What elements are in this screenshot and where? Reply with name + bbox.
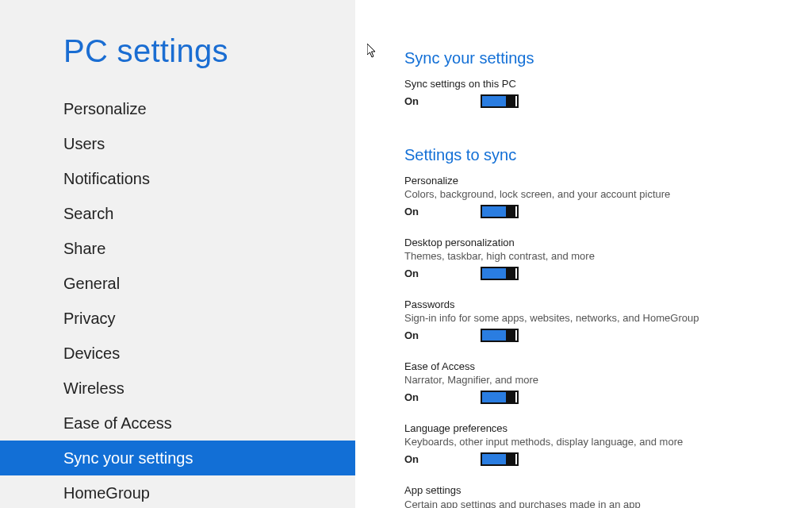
setting-language-preferences: Language preferencesKeyboards, other inp… [404,421,790,466]
sidebar-item-label: Ease of Access [63,414,172,433]
setting-passwords: PasswordsSign-in info for some apps, web… [404,298,790,342]
sidebar-list: PersonalizeUsersNotificationsSearchShare… [0,91,355,508]
sidebar-item-label: Users [63,135,105,153]
sidebar-item-search[interactable]: Search [0,196,355,231]
toggle-desktop-personalization[interactable] [481,267,519,280]
toggle-ease-of-access[interactable] [481,391,519,404]
sidebar-item-label: Share [63,240,105,258]
setting-title: App settings [404,483,790,498]
toggle-row: On [404,205,790,218]
sidebar: PC settings PersonalizeUsersNotification… [0,0,355,508]
toggle-state: On [404,206,481,217]
sidebar-item-wireless[interactable]: Wireless [0,371,355,406]
sidebar-item-personalize[interactable]: Personalize [0,91,355,126]
setting-title: Personalize [404,174,790,188]
setting-desc: Narrator, Magnifier, and more [404,373,790,387]
setting-desc: Sign-in info for some apps, websites, ne… [404,311,790,325]
sidebar-item-label: HomeGroup [63,484,150,502]
setting-title: Language preferences [404,421,790,436]
setting-desc: Colors, background, lock screen, and you… [404,187,790,202]
toggle-passwords[interactable] [481,329,519,342]
toggle-row: On [404,391,790,404]
setting-title: Ease of Access [404,360,790,374]
sidebar-item-privacy[interactable]: Privacy [0,301,355,336]
sidebar-item-share[interactable]: Share [0,231,355,266]
section-header-to-sync: Settings to sync [404,146,790,164]
sidebar-item-label: Wireless [63,379,124,398]
toggle-state: On [404,391,481,403]
sidebar-item-sync-your-settings[interactable]: Sync your settings [0,441,355,475]
section-header-sync: Sync your settings [404,49,790,67]
toggle-row: On [404,329,790,342]
toggle-sync-on-pc[interactable] [481,94,519,108]
sidebar-item-homegroup[interactable]: HomeGroup [0,475,355,508]
sidebar-item-ease-of-access[interactable]: Ease of Access [0,406,355,441]
sidebar-item-devices[interactable]: Devices [0,336,355,371]
setting-desc: Keyboards, other input methods, display … [404,435,790,449]
setting-app-settings: App settingsCertain app settings and pur… [404,483,790,508]
sidebar-item-notifications[interactable]: Notifications [0,161,355,196]
setting-desc: Themes, taskbar, high contrast, and more [404,249,790,264]
toggle-personalize[interactable] [481,205,519,218]
setting-title: Sync settings on this PC [404,77,790,91]
setting-title: Passwords [404,298,790,312]
settings-list: PersonalizeColors, background, lock scre… [404,174,790,508]
toggle-language-preferences[interactable] [481,452,519,466]
content-pane: Sync your settings Sync settings on this… [355,0,812,508]
toggle-row: On [404,267,790,280]
setting-title: Desktop personalization [404,236,790,250]
sidebar-item-label: Notifications [63,170,150,188]
setting-desc: Certain app settings and purchases made … [404,498,790,508]
toggle-state: On [404,329,481,341]
toggle-row: On [404,452,790,466]
sidebar-item-label: General [63,275,120,293]
sidebar-item-label: Privacy [63,310,116,328]
sidebar-item-label: Devices [63,344,120,363]
sidebar-item-label: Sync your settings [63,449,193,468]
setting-sync-on-pc: Sync settings on this PC On [404,77,790,108]
sidebar-item-label: Personalize [63,100,147,118]
toggle-state: On [404,453,481,465]
sidebar-item-general[interactable]: General [0,266,355,301]
toggle-state: On [404,267,481,279]
setting-personalize: PersonalizeColors, background, lock scre… [404,174,790,218]
sidebar-item-label: Search [63,205,113,223]
toggle-state: On [404,95,481,107]
setting-ease-of-access: Ease of AccessNarrator, Magnifier, and m… [404,360,790,404]
page-title: PC settings [0,33,355,69]
setting-desktop-personalization: Desktop personalizationThemes, taskbar, … [404,236,790,280]
sidebar-item-users[interactable]: Users [0,126,355,161]
